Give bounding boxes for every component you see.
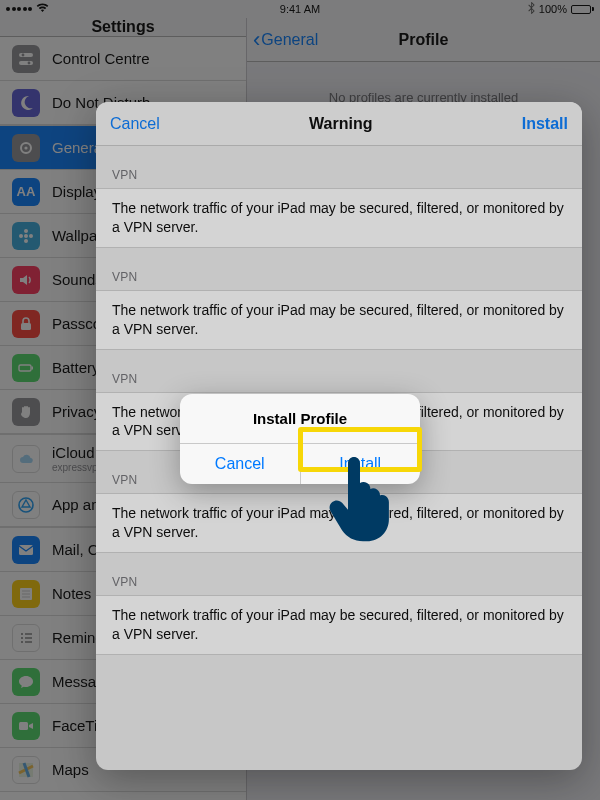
alert-cancel-button[interactable]: Cancel	[180, 444, 300, 484]
alert-title: Install Profile	[180, 394, 420, 443]
pointing-hand-icon	[327, 454, 399, 548]
